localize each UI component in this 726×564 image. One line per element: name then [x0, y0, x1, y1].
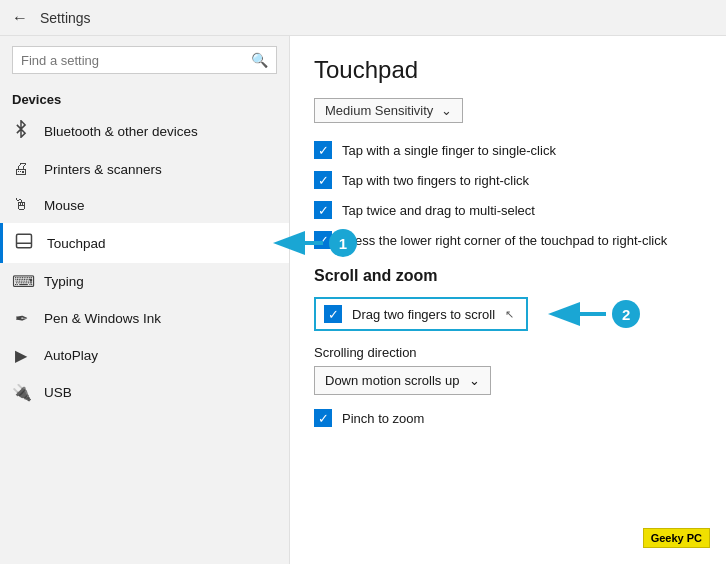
title-bar: ← Settings — [0, 0, 726, 36]
back-button[interactable]: ← — [12, 9, 28, 27]
scroll-zoom-heading: Scroll and zoom — [314, 267, 702, 285]
checkbox-right-corner-label: Press the lower right corner of the touc… — [342, 233, 667, 248]
checkbox-right-corner[interactable]: ✓ Press the lower right corner of the to… — [314, 231, 702, 249]
sidebar-item-autoplay-label: AutoPlay — [44, 348, 277, 363]
arrow-left-2-icon — [548, 300, 608, 328]
sidebar-item-bluetooth-label: Bluetooth & other devices — [44, 124, 277, 139]
checkbox-pinch-zoom-box[interactable]: ✓ — [314, 409, 332, 427]
main-layout: 🔍 Devices Bluetooth & other devices 🖨 Pr… — [0, 36, 726, 564]
touchpad-icon — [15, 232, 33, 254]
checkbox-right-click[interactable]: ✓ Tap with two fingers to right-click — [314, 171, 702, 189]
checkbox-single-click[interactable]: ✓ Tap with a single finger to single-cli… — [314, 141, 702, 159]
drag-two-fingers-row: ✓ Drag two fingers to scroll ↖ 2 — [314, 297, 702, 331]
content-panel: Touchpad Medium Sensitivity ⌄ ✓ Tap with… — [290, 36, 726, 564]
sidebar-item-pen[interactable]: ✒ Pen & Windows Ink — [0, 300, 289, 337]
typing-icon: ⌨ — [12, 272, 30, 291]
drag-two-fingers-label: Drag two fingers to scroll — [352, 307, 495, 322]
checkbox-right-click-label: Tap with two fingers to right-click — [342, 173, 529, 188]
direction-chevron-icon: ⌄ — [469, 373, 480, 388]
checkbox-multiselect[interactable]: ✓ Tap twice and drag to multi-select — [314, 201, 702, 219]
annotation-arrow-1: 1 — [273, 229, 357, 257]
annotation-circle-1: 1 — [329, 229, 357, 257]
checkbox-single-click-box[interactable]: ✓ — [314, 141, 332, 159]
checkmark-icon: ✓ — [318, 411, 329, 426]
pinch-zoom-label: Pinch to zoom — [342, 411, 424, 426]
drag-two-fingers-checkbox[interactable]: ✓ — [324, 305, 342, 323]
checkmark-icon: ✓ — [318, 143, 329, 158]
sidebar: 🔍 Devices Bluetooth & other devices 🖨 Pr… — [0, 36, 290, 564]
sensitivity-chevron-icon: ⌄ — [441, 103, 452, 118]
checkbox-pinch-zoom[interactable]: ✓ Pinch to zoom — [314, 409, 702, 427]
cursor-indicator: ↖ — [505, 308, 514, 321]
search-input[interactable] — [21, 53, 245, 68]
sidebar-item-mouse[interactable]: 🖱 Mouse — [0, 187, 289, 223]
scrolling-direction-dropdown[interactable]: Down motion scrolls up ⌄ — [314, 366, 491, 395]
title-bar-label: Settings — [40, 10, 91, 26]
bluetooth-icon — [12, 120, 30, 142]
sidebar-item-bluetooth[interactable]: Bluetooth & other devices — [0, 111, 289, 151]
checkbox-right-click-box[interactable]: ✓ — [314, 171, 332, 189]
sidebar-item-typing[interactable]: ⌨ Typing — [0, 263, 289, 300]
sidebar-item-usb-label: USB — [44, 385, 277, 400]
sidebar-item-mouse-label: Mouse — [44, 198, 277, 213]
checkmark-icon: ✓ — [318, 203, 329, 218]
sidebar-item-printers[interactable]: 🖨 Printers & scanners — [0, 151, 289, 187]
search-box[interactable]: 🔍 — [12, 46, 277, 74]
svg-rect-0 — [17, 234, 32, 248]
annotation-circle-2: 2 — [612, 300, 640, 328]
annotation-arrow-2-container: 2 — [548, 300, 640, 328]
checkmark-icon: ✓ — [318, 173, 329, 188]
page-title: Touchpad — [314, 56, 702, 84]
sidebar-item-pen-label: Pen & Windows Ink — [44, 311, 277, 326]
sidebar-item-printers-label: Printers & scanners — [44, 162, 277, 177]
sidebar-section-label: Devices — [0, 84, 289, 111]
sidebar-item-touchpad[interactable]: Touchpad 1 — [0, 223, 289, 263]
checkbox-multiselect-box[interactable]: ✓ — [314, 201, 332, 219]
scrolling-direction-label: Scrolling direction — [314, 345, 702, 360]
drag-two-fingers-highlight[interactable]: ✓ Drag two fingers to scroll ↖ — [314, 297, 528, 331]
search-icon: 🔍 — [251, 52, 268, 68]
arrow-left-icon — [273, 229, 325, 257]
scroll-direction-value: Down motion scrolls up — [325, 373, 459, 388]
geeky-pc-badge: Geeky PC — [643, 528, 710, 548]
pen-icon: ✒ — [12, 309, 30, 328]
checkbox-multiselect-label: Tap twice and drag to multi-select — [342, 203, 535, 218]
sidebar-item-touchpad-label: Touchpad — [47, 236, 277, 251]
printer-icon: 🖨 — [12, 160, 30, 178]
usb-icon: 🔌 — [12, 383, 30, 402]
sensitivity-dropdown[interactable]: Medium Sensitivity ⌄ — [314, 98, 463, 123]
sensitivity-value: Medium Sensitivity — [325, 103, 433, 118]
autoplay-icon: ▶ — [12, 346, 30, 365]
sidebar-item-typing-label: Typing — [44, 274, 277, 289]
checkmark-icon: ✓ — [328, 307, 339, 322]
checkbox-single-click-label: Tap with a single finger to single-click — [342, 143, 556, 158]
mouse-icon: 🖱 — [12, 196, 30, 214]
sidebar-item-autoplay[interactable]: ▶ AutoPlay — [0, 337, 289, 374]
sidebar-item-usb[interactable]: 🔌 USB — [0, 374, 289, 411]
